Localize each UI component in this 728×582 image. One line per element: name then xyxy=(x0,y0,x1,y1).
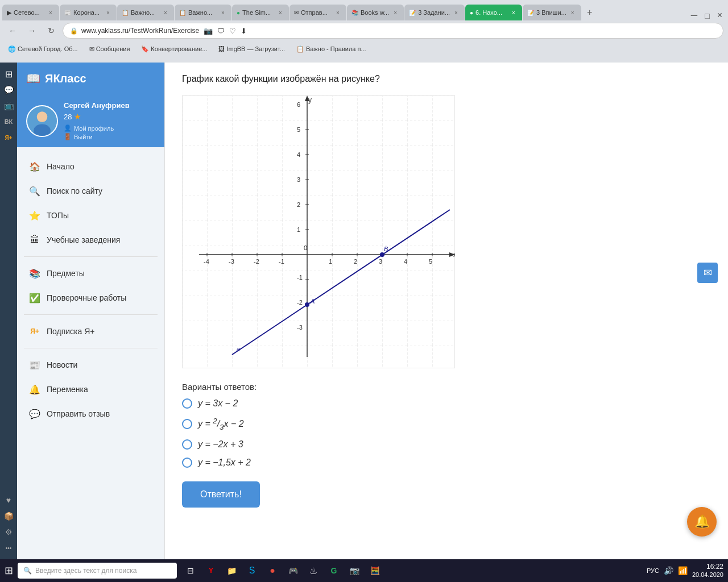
download-icon[interactable]: ⬇ xyxy=(241,27,247,35)
nav-item-subjects[interactable]: 📚 Предметы xyxy=(19,261,162,285)
minimize-button[interactable]: ─ xyxy=(688,10,701,20)
tab-close[interactable]: × xyxy=(104,9,112,16)
tab-tasks3[interactable]: 📝 3 Задани... × xyxy=(404,5,465,20)
refresh-button[interactable]: ↻ xyxy=(43,23,59,39)
svg-text:0: 0 xyxy=(304,244,307,251)
taskbar-icon-red[interactable]: ● xyxy=(264,563,280,579)
taskbar-icon-cam[interactable]: 📷 xyxy=(346,563,362,579)
taskbar-icon-game[interactable]: 🎮 xyxy=(285,563,301,579)
bell-icon: 🔔 xyxy=(28,383,41,396)
svg-text:3: 3 xyxy=(297,176,300,183)
tab-favicon: 📚 xyxy=(351,10,358,16)
sidebar-left-icon-more[interactable]: ••• xyxy=(2,541,15,555)
maximize-button[interactable]: □ xyxy=(701,11,713,20)
nav-label-feedback: Отправить отзыв xyxy=(47,409,110,418)
nav-label-tests: Проверочные работы xyxy=(47,293,126,302)
answer-option-3[interactable]: y = −2x + 3 xyxy=(182,439,711,450)
answer-option-1[interactable]: y = 3x − 2 xyxy=(182,398,711,409)
heart-icon[interactable]: ♡ xyxy=(229,27,236,35)
sidebar-left-icon-home[interactable]: ⊞ xyxy=(2,67,15,81)
tab-vazno1[interactable]: 📋 Важно... × xyxy=(117,5,174,20)
nav-item-tests[interactable]: ✅ Проверочные работы xyxy=(19,286,162,310)
tab-close[interactable]: × xyxy=(162,9,169,16)
tab-close[interactable]: × xyxy=(452,9,460,16)
sidebar-left-icon-chat[interactable]: 💬 xyxy=(2,83,15,97)
tab-close[interactable]: × xyxy=(510,9,518,16)
nav-item-home[interactable]: 🏠 Начало xyxy=(19,155,162,178)
taskbar-icon-yandex[interactable]: Y xyxy=(203,563,219,579)
email-fab[interactable]: ✉ xyxy=(697,263,718,283)
submit-button[interactable]: Ответить! xyxy=(182,481,260,508)
shield-icon[interactable]: 🛡 xyxy=(217,27,225,35)
taskbar-search[interactable]: 🔍 Введите здесь текст для поиска xyxy=(18,563,177,579)
news-icon: 📰 xyxy=(28,359,41,371)
nav-divider-2 xyxy=(24,314,158,315)
tab-favicon: 📰 xyxy=(64,10,71,16)
nav-item-feedback[interactable]: 💬 Отправить отзыв xyxy=(19,402,162,426)
tab-books[interactable]: 📚 Books w... × xyxy=(347,5,404,20)
forward-button[interactable]: → xyxy=(24,23,40,39)
answer-option-2[interactable]: y = 2/3x − 2 xyxy=(182,417,711,431)
profile-link[interactable]: 👤 Мой профиль xyxy=(64,124,155,132)
taskbar-icon-multiview[interactable]: ⊟ xyxy=(183,563,198,579)
bookmark-vazno[interactable]: 📋 Важно - Правила п... xyxy=(293,44,370,54)
nav-label-news: Новости xyxy=(47,360,77,369)
bookmarks-bar: 🌐 Сетевой Город. Об... ✉ Сообщения 🔖 Кон… xyxy=(0,41,728,57)
sidebar-left-icon-vk[interactable]: ВК xyxy=(2,115,15,128)
tab-close[interactable]: × xyxy=(219,9,227,16)
address-bar[interactable]: 🔒 www.yaklass.ru/TestWorkRun/Exercise 📷 … xyxy=(63,23,723,39)
sidebar-left-icon-twitch[interactable]: 📺 xyxy=(2,99,15,113)
answer-option-4[interactable]: y = −1,5x + 2 xyxy=(182,458,711,468)
radio-3[interactable] xyxy=(182,439,192,450)
taskbar-clock: 16:22 20.04.2020 xyxy=(692,563,723,579)
nav-divider-1 xyxy=(24,256,158,257)
sidebar-left-icon-box[interactable]: 📦 xyxy=(2,509,15,523)
tab-close[interactable]: × xyxy=(276,9,284,16)
tab-vpishi[interactable]: 📝 3 Впиши... × xyxy=(523,5,581,20)
taskbar-icon-steam[interactable]: ♨ xyxy=(305,563,321,579)
sidebar-left-icon-ya[interactable]: Я+ xyxy=(2,131,15,144)
tab-corona[interactable]: 📰 Корона... × xyxy=(60,5,117,20)
tab-yaklass[interactable]: ● 6. Нахо... × xyxy=(465,5,522,20)
bookmark-convert[interactable]: 🔖 Конвертирование... xyxy=(138,44,210,54)
taskbar-volume: 🔊 xyxy=(664,566,673,575)
windows-start-icon[interactable]: ⊞ xyxy=(5,564,13,577)
taskbar-icon-calc[interactable]: 🧮 xyxy=(367,563,383,579)
taskbar-icon-skype[interactable]: S xyxy=(244,563,260,579)
back-button[interactable]: ← xyxy=(5,23,20,39)
bookmark-messages[interactable]: ✉ Сообщения xyxy=(86,44,134,54)
bookmark-setgood[interactable]: 🌐 Сетевой Город. Об... xyxy=(5,44,81,54)
answer-text-4: y = −1,5x + 2 xyxy=(198,458,251,468)
nav-item-search[interactable]: 🔍 Поиск по сайту xyxy=(19,179,162,203)
tab-close[interactable]: × xyxy=(47,9,55,16)
camera-icon[interactable]: 📷 xyxy=(204,27,213,35)
logout-link[interactable]: 🚪 Выйти xyxy=(64,133,155,140)
nav-item-break[interactable]: 🔔 Переменка xyxy=(19,377,162,401)
taskbar-icon-g[interactable]: G xyxy=(326,563,342,579)
tab-vazno2[interactable]: 📋 Важно... × xyxy=(175,5,231,20)
tab-yt[interactable]: ▶ Сетево... × xyxy=(2,5,59,20)
radio-2[interactable] xyxy=(182,419,192,429)
bookmark-imgbb[interactable]: 🖼 ImgBB — Загрузит... xyxy=(215,44,288,53)
nav-item-schools[interactable]: 🏛 Учебные заведения xyxy=(19,228,162,252)
radio-4[interactable] xyxy=(182,458,192,468)
nav-item-news[interactable]: 📰 Новости xyxy=(19,353,162,377)
new-tab-button[interactable]: + xyxy=(582,5,598,20)
notification-fab[interactable]: 🔔 xyxy=(687,507,717,537)
tab-mail[interactable]: ✉ Отправ... × xyxy=(289,5,346,20)
svg-text:B: B xyxy=(384,246,388,252)
nav-divider-3 xyxy=(24,348,158,348)
nav-item-tops[interactable]: ⭐ ТОПы xyxy=(19,203,162,227)
taskbar-icon-explorer[interactable]: 📁 xyxy=(224,563,239,579)
close-button[interactable]: × xyxy=(714,10,726,20)
tab-favicon: 📝 xyxy=(527,10,534,16)
tab-close[interactable]: × xyxy=(391,9,399,16)
tab-close[interactable]: × xyxy=(569,9,577,16)
radio-1[interactable] xyxy=(182,398,192,409)
tab-sims[interactable]: ● The Sim... × xyxy=(232,5,289,20)
tab-close[interactable]: × xyxy=(334,9,342,16)
nav-item-subscription[interactable]: Я+ Подписка Я+ xyxy=(19,319,162,343)
svg-text:-4: -4 xyxy=(204,258,209,265)
sidebar-left-icon-settings[interactable]: ⚙ xyxy=(2,525,15,539)
sidebar-left-icon-heart[interactable]: ♥ xyxy=(2,493,15,507)
